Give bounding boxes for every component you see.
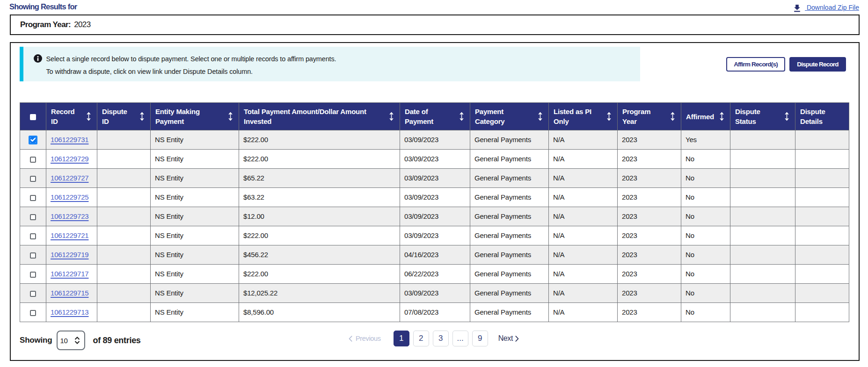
dispute-id-cell <box>97 303 151 322</box>
sort-icon[interactable] <box>87 112 91 121</box>
record-id-link[interactable]: 1061229715 <box>51 289 88 297</box>
row-checkbox[interactable] <box>30 272 36 278</box>
sort-icon[interactable] <box>389 112 394 121</box>
dispute-id-cell <box>97 130 151 150</box>
next-label: Next <box>498 334 513 343</box>
entity-cell: NS Entity <box>151 188 239 207</box>
record-id-cell: 1061229731 <box>46 130 97 150</box>
column-header-label: Dispute Status <box>735 107 764 126</box>
record-id-link[interactable]: 1061229719 <box>51 251 88 259</box>
dispute-details-cell <box>795 169 849 188</box>
date-cell: 07/08/2023 <box>400 303 470 322</box>
dispute-status-cell <box>730 169 795 188</box>
sort-icon[interactable] <box>671 112 675 121</box>
row-checkbox[interactable] <box>30 233 36 240</box>
banner-line-1: Select a single record below to dispute … <box>46 53 336 65</box>
column-header[interactable]: Affirmed <box>681 103 730 130</box>
column-header-label: Record ID <box>51 107 78 126</box>
row-select-cell <box>20 303 46 322</box>
date-cell: 03/09/2023 <box>400 207 470 226</box>
dispute-id-cell <box>97 188 151 207</box>
pi-only-cell: N/A <box>549 245 618 265</box>
row-checkbox[interactable] <box>30 176 36 182</box>
dispute-record-button[interactable]: Dispute Record <box>789 57 846 72</box>
row-checkbox[interactable] <box>30 157 36 163</box>
download-zip-link[interactable]: Download Zip File <box>805 4 859 11</box>
program-year-cell: 2023 <box>618 226 681 245</box>
page-1-button[interactable]: 1 <box>394 331 409 346</box>
column-header[interactable]: Dispute Details <box>795 103 849 130</box>
row-checkbox[interactable] <box>30 252 36 259</box>
amount-cell: $65.22 <box>239 169 400 188</box>
sort-icon[interactable] <box>460 112 464 121</box>
category-cell: General Payments <box>470 226 549 245</box>
record-id-link[interactable]: 1061229723 <box>51 212 88 220</box>
sort-icon[interactable] <box>228 112 233 121</box>
affirmed-cell: No <box>681 265 730 284</box>
page-3-button[interactable]: 3 <box>433 331 449 346</box>
dispute-id-cell <box>97 284 151 303</box>
record-id-link[interactable]: 1061229717 <box>51 270 88 278</box>
column-header[interactable]: Dispute Status <box>730 103 795 130</box>
row-checkbox[interactable] <box>30 310 36 317</box>
page-ellipsis-button[interactable]: ... <box>452 331 468 346</box>
record-id-link[interactable]: 1061229721 <box>51 231 88 239</box>
record-id-link[interactable]: 1061229729 <box>51 155 88 163</box>
select-all-checkbox[interactable] <box>30 114 36 120</box>
sort-icon[interactable] <box>538 112 542 121</box>
table-row: 1061229731 NS Entity $222.00 03/09/2023 … <box>20 130 849 150</box>
record-id-link[interactable]: 1061229731 <box>51 136 88 144</box>
row-select-cell <box>20 245 46 265</box>
date-cell: 03/09/2023 <box>400 226 470 245</box>
table-row: 1061229723 NS Entity $12.00 03/09/2023 G… <box>20 207 849 226</box>
dispute-details-cell <box>795 303 849 322</box>
category-cell: General Payments <box>470 265 549 284</box>
info-icon <box>34 54 42 65</box>
row-checkbox[interactable] <box>30 214 36 221</box>
row-select-cell <box>20 284 46 303</box>
amount-cell: $222.00 <box>239 130 400 150</box>
previous-button[interactable]: Previous <box>349 335 381 342</box>
column-header-label: Listed as PI Only <box>554 107 597 126</box>
row-select-cell <box>20 188 46 207</box>
column-header[interactable]: Program Year <box>618 103 681 130</box>
date-cell: 03/09/2023 <box>400 130 470 150</box>
dispute-status-cell <box>730 130 795 150</box>
page-2-button[interactable]: 2 <box>413 331 429 346</box>
sort-icon[interactable] <box>785 112 789 121</box>
sort-icon[interactable] <box>607 112 611 121</box>
record-id-link[interactable]: 1061229727 <box>51 174 88 182</box>
column-header[interactable]: Payment Category <box>470 103 549 130</box>
record-id-link[interactable]: 1061229725 <box>51 193 88 201</box>
dispute-details-cell <box>795 130 849 150</box>
column-header[interactable]: Date of Payment <box>400 103 470 130</box>
dispute-details-cell <box>795 207 849 226</box>
date-cell: 03/09/2023 <box>400 150 470 169</box>
row-checkbox[interactable] <box>29 136 37 144</box>
pagination: Previous 123...9 Next <box>9 331 859 346</box>
column-header[interactable]: Record ID <box>46 103 97 130</box>
dispute-details-cell <box>795 226 849 245</box>
program-year-cell: 2023 <box>618 169 681 188</box>
record-id-link[interactable]: 1061229713 <box>51 308 88 316</box>
table-row: 1061229727 NS Entity $65.22 03/09/2023 G… <box>20 169 849 188</box>
column-header[interactable]: Entity Making Payment <box>151 103 239 130</box>
row-checkbox[interactable] <box>30 291 36 297</box>
next-button[interactable]: Next <box>498 334 519 343</box>
chevron-left-icon <box>349 336 352 342</box>
amount-cell: $222.00 <box>239 265 400 284</box>
sort-icon[interactable] <box>720 112 724 121</box>
program-year-cell: 2023 <box>618 207 681 226</box>
page-9-button[interactable]: 9 <box>472 331 488 346</box>
dispute-status-cell <box>730 245 795 265</box>
column-header[interactable]: Dispute ID <box>97 103 151 130</box>
row-checkbox[interactable] <box>30 195 36 201</box>
amount-cell: $12.00 <box>239 207 400 226</box>
download-zip: Download Zip File <box>794 4 859 14</box>
column-header[interactable]: Total Payment Amount/Dollar Amount Inves… <box>239 103 400 130</box>
affirm-records-button[interactable]: Affirm Record(s) <box>726 57 785 72</box>
amount-cell: $8,596.00 <box>239 303 400 322</box>
sort-icon[interactable] <box>140 112 144 121</box>
column-header[interactable]: Listed as PI Only <box>549 103 618 130</box>
record-id-cell: 1061229721 <box>46 226 97 245</box>
